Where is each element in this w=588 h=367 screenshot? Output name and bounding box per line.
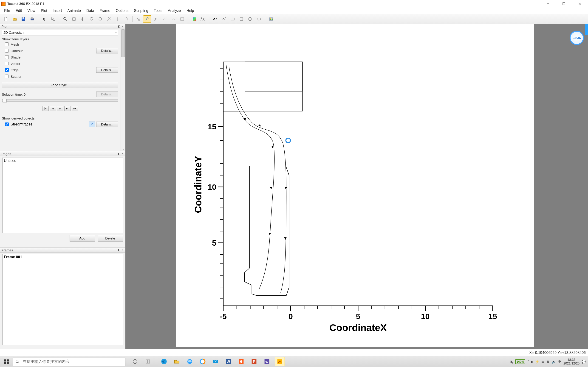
- print-icon[interactable]: [28, 15, 36, 23]
- close-button[interactable]: [572, 0, 588, 7]
- power-icon[interactable]: ⚡: [535, 360, 539, 364]
- panel-close-icon[interactable]: ×: [121, 25, 124, 28]
- streamtrace-ribbon-icon[interactable]: [152, 15, 160, 23]
- panel-close-icon[interactable]: ×: [121, 152, 124, 155]
- extract-icon[interactable]: [122, 15, 130, 23]
- save-icon[interactable]: [19, 15, 27, 23]
- function-icon[interactable]: f(x): [199, 15, 207, 23]
- edge-details-button[interactable]: Details...: [96, 67, 118, 73]
- frames-list[interactable]: Frame 001: [2, 254, 123, 345]
- plot-panel-scrollbar[interactable]: ⌄: [121, 29, 125, 151]
- page-delete-button[interactable]: Delete: [98, 235, 123, 242]
- adjust-arrow-icon[interactable]: [49, 15, 57, 23]
- streamtraces-checkbox[interactable]: [5, 123, 9, 126]
- rotate-ccw-icon[interactable]: [87, 15, 95, 23]
- zoom-icon[interactable]: [61, 15, 69, 23]
- usb-icon[interactable]: ▮: [531, 360, 533, 364]
- taskbar-search[interactable]: 在这里输入你要搜索的内容: [13, 358, 125, 366]
- time-slider[interactable]: [2, 99, 118, 102]
- page-add-button[interactable]: Add: [69, 235, 95, 242]
- pages-panel-header[interactable]: Pages ◧×: [0, 151, 125, 156]
- app-sogou-icon[interactable]: [198, 357, 208, 366]
- solution-details-button[interactable]: Details...: [96, 92, 118, 97]
- open-file-icon[interactable]: [10, 15, 19, 23]
- menu-scripting[interactable]: Scripting: [131, 8, 151, 14]
- right-docking-tab[interactable]: [585, 24, 588, 35]
- app-powerpoint-icon[interactable]: P: [249, 357, 259, 366]
- menu-analyze[interactable]: Analyze: [165, 8, 184, 14]
- colormap-icon[interactable]: [190, 15, 199, 23]
- app-ie-icon[interactable]: [185, 357, 195, 366]
- menu-insert[interactable]: Insert: [50, 8, 65, 14]
- page-item[interactable]: Untitled: [4, 159, 121, 163]
- app-word-icon[interactable]: W: [223, 357, 233, 366]
- app-explorer-icon[interactable]: [172, 357, 182, 366]
- system-tray[interactable]: 🔌 100% ˆ ▮ ⚡ ▭ ⇅ 🔉 中 18:36 2021/12/20 💬: [509, 358, 588, 365]
- taskview-icon[interactable]: [130, 357, 140, 366]
- mesh-checkbox[interactable]: [5, 42, 9, 46]
- play-icon[interactable]: ▸: [57, 106, 63, 111]
- workarea[interactable]: -5 0 5 10 15 5 10 15: [125, 24, 588, 349]
- menu-data[interactable]: Data: [84, 8, 97, 14]
- app-wps-icon[interactable]: W: [262, 357, 272, 366]
- fit-extents-icon[interactable]: [70, 15, 78, 23]
- plot-frame[interactable]: -5 0 5 10 15 5 10 15: [176, 24, 534, 347]
- app-edge-icon[interactable]: [159, 357, 169, 366]
- circle-tool-icon[interactable]: [246, 15, 254, 23]
- contour-checkbox[interactable]: [5, 49, 9, 52]
- menu-help[interactable]: Help: [184, 8, 197, 14]
- menu-plot[interactable]: Plot: [38, 8, 50, 14]
- shade-checkbox[interactable]: [5, 55, 9, 59]
- action-center-icon[interactable]: 💬: [582, 360, 586, 364]
- menu-file[interactable]: File: [1, 8, 13, 14]
- app-mail-icon[interactable]: [210, 357, 221, 366]
- contour-remove-icon[interactable]: [169, 15, 178, 23]
- undock-icon[interactable]: ◧: [117, 248, 121, 251]
- edge-checkbox[interactable]: [5, 68, 9, 72]
- taskbar-clock[interactable]: 18:36 2021/12/20: [563, 358, 579, 365]
- probe-icon[interactable]: [113, 15, 122, 23]
- panel-close-icon[interactable]: ×: [121, 248, 124, 251]
- maximize-button[interactable]: [556, 0, 572, 7]
- menu-options[interactable]: Options: [113, 8, 131, 14]
- menu-frame[interactable]: Frame: [97, 8, 113, 14]
- scrollbar-thumb[interactable]: [121, 29, 125, 57]
- select-arrow-icon[interactable]: [40, 15, 48, 23]
- app-tecplot-icon[interactable]: [275, 357, 285, 366]
- image-tool-icon[interactable]: [267, 15, 275, 23]
- frames-panel-header[interactable]: Frames ◧×: [0, 248, 125, 252]
- scrollbar-down-icon[interactable]: ⌄: [121, 147, 125, 151]
- menu-animate[interactable]: Animate: [65, 8, 84, 14]
- play-prev-icon[interactable]: ◂: [50, 106, 56, 111]
- volume-icon[interactable]: 🔉: [552, 360, 556, 364]
- cortana-icon[interactable]: [143, 357, 153, 366]
- play-first-icon[interactable]: |◂: [42, 106, 49, 111]
- ime-indicator[interactable]: 中: [558, 360, 561, 364]
- polyline-tool-icon[interactable]: [220, 15, 228, 23]
- slice-icon[interactable]: [105, 15, 113, 23]
- contour-details-button[interactable]: Details...: [96, 48, 118, 53]
- undock-icon[interactable]: ◧: [117, 25, 121, 28]
- frame-item[interactable]: Frame 001: [4, 255, 121, 259]
- play-next-icon[interactable]: ▸|: [64, 106, 71, 111]
- undock-icon[interactable]: ◧: [117, 152, 121, 155]
- menu-edit[interactable]: Edit: [13, 8, 25, 14]
- plot-type-combo[interactable]: 2D Cartesian: [2, 30, 118, 36]
- square-tool-icon[interactable]: [237, 15, 246, 23]
- pages-list[interactable]: Untitled: [2, 158, 123, 233]
- streamtrace-place-icon[interactable]: [143, 15, 151, 23]
- time-slider-thumb[interactable]: [2, 99, 7, 103]
- vector-checkbox[interactable]: [5, 62, 9, 65]
- ellipse-tool-icon[interactable]: [255, 15, 263, 23]
- contour-level-icon[interactable]: [178, 15, 186, 23]
- app-photos-icon[interactable]: [236, 357, 246, 366]
- pan-icon[interactable]: [78, 15, 87, 23]
- scatter-checkbox[interactable]: [5, 75, 9, 78]
- plot-canvas[interactable]: -5 0 5 10 15 5 10 15: [176, 24, 534, 347]
- rotate-cw-icon[interactable]: [96, 15, 104, 23]
- menu-view[interactable]: View: [25, 8, 38, 14]
- streamtrace-place-shortcut-icon[interactable]: [89, 122, 95, 127]
- contour-add-icon[interactable]: [161, 15, 169, 23]
- text-tool-icon[interactable]: Ab: [211, 15, 219, 23]
- zone-style-button[interactable]: Zone Style...: [2, 82, 118, 88]
